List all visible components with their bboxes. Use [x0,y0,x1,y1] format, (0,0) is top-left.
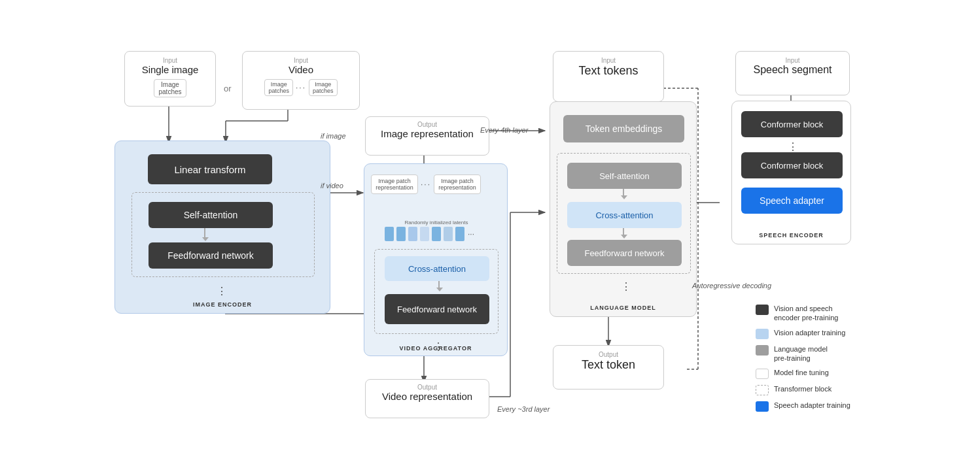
text-tokens-title: Text tokens [559,64,658,78]
feedforward-label-image: Feedforward network [167,250,254,261]
legend-color-3 [756,345,769,356]
input-single-image-container: Input Single image Imagepatches [124,51,216,107]
speech-dots: ⋮ [788,141,798,153]
input-video-container: Input Video Imagepatches ··· Imagepatche… [242,51,360,110]
video-aggregator-section-label: VIDEO AGGREGATOR [364,345,507,352]
legend-color-2 [756,329,769,339]
text-tokens-box: Input Text tokens [553,51,664,102]
feedforward-video: Feedforward network [385,294,489,324]
language-model-section: Token embeddings Self-attention Cross-at… [550,101,697,317]
conformer-block-1: Conformer block [741,111,843,137]
legend-item-3: Language modelpre-training [756,344,900,363]
input-label-text: Input [559,57,658,64]
transformer-block-lm: Self-attention Cross-attention Feedforwa… [557,153,691,274]
legend-label-6: Speech adapter training [774,401,850,410]
legend-item-2: Vision adapter training [756,328,900,339]
legend-label-1: Vision and speechencoder pre-training [774,304,838,323]
cross-attention-lm-label: Cross-attention [595,210,653,220]
video-patches-box-1: Imagepatches [264,79,293,96]
feedforward-video-label: Feedforward network [397,305,477,314]
or-label: or [224,84,232,93]
transformer-block-image: Self-attention Feedforward network [131,192,315,277]
video-representation-title: Video representation [370,391,485,402]
if-video-label: if video [321,182,343,190]
self-attention-label-image: Self-attention [184,210,238,220]
text-token-output-title: Text token [559,358,658,372]
speech-encoder-section: Conformer block ⋮ Conformer block Speech… [731,101,851,244]
speech-segment-title: Speech segment [741,64,844,76]
patch-rep-box-1: Image patchrepresentation [371,174,418,194]
output-label-text: Output [559,351,658,358]
legend-label-2: Vision adapter training [774,328,845,337]
every-3rd-layer-label: Every ~3rd layer [497,405,550,413]
linear-transform-box: Linear transform [148,154,272,184]
self-attention-image: Self-attention [149,202,273,228]
self-attention-lm: Self-attention [567,163,682,189]
image-encoder-dots: ⋮ [217,285,227,297]
text-token-output-box: Output Text token [553,345,664,389]
legend-item-5: Transformer block [756,384,900,395]
image-encoder-section: Linear transform Self-attention Feedforw… [114,141,330,314]
if-image-label: if image [321,132,346,140]
legend-color-5 [756,385,769,395]
video-representation-box: Output Video representation [365,379,489,418]
conformer-block-1-label: Conformer block [761,120,823,129]
image-encoder-section-label: IMAGE ENCODER [115,301,330,308]
legend-color-1 [756,305,769,315]
token-embeddings-label: Token embeddings [586,124,663,134]
image-representation-box: Output Image representation [365,116,489,156]
speech-adapter-label: Speech adapter [760,195,824,206]
video-dots: ··· [296,83,306,92]
image-representation-title: Image representation [370,128,485,139]
legend-item-6: Speech adapter training [756,401,900,412]
lm-dots: ⋮ [621,280,631,293]
cross-attention-lm: Cross-attention [567,202,682,228]
self-attention-lm-label: Self-attention [599,171,650,181]
video-title: Video [248,64,354,75]
output-label-img: Output [370,121,485,128]
video-patches-box-2: Imagepatches [309,79,338,96]
feedforward-image: Feedforward network [149,242,273,269]
autoregressive-label: Autoregressive decoding [692,281,771,291]
single-image-title: Single image [130,64,210,75]
legend-item-1: Vision and speechencoder pre-training [756,304,900,323]
image-patches-box: Imagepatches [154,79,186,97]
feedforward-lm: Feedforward network [567,240,682,266]
patch-rep-box-2: Image patchrepresentation [434,174,481,194]
input-label-speech: Input [741,57,844,64]
patch-rep-dots: ··· [421,180,431,189]
legend-color-6 [756,401,769,412]
linear-transform-label: Linear transform [174,164,245,175]
feedforward-lm-label: Feedforward network [584,248,664,258]
legend-label-4: Model fine tuning [774,368,829,377]
latents-label: Randomly initialized latents [384,220,489,225]
cross-attention-video: Cross-attention [385,256,489,281]
conformer-block-2-label: Conformer block [761,161,823,171]
input-label-single: Input [130,57,210,64]
legend-item-4: Model fine tuning [756,368,900,379]
every-4th-layer-label: Every 4th layer [480,126,528,134]
speech-segment-box: Input Speech segment [735,51,850,95]
token-embeddings-box: Token embeddings [563,115,684,142]
speech-encoder-section-label: SPEECH ENCODER [732,232,850,239]
output-label-video: Output [370,384,485,391]
cross-attention-video-label: Cross-attention [408,264,466,274]
conformer-block-2: Conformer block [741,152,843,178]
input-label-video: Input [248,57,354,64]
lm-section-label: LANGUAGE MODEL [550,305,696,311]
video-aggregator-section: Image patchrepresentation ··· Image patc… [364,163,508,356]
speech-adapter-box: Speech adapter [741,188,843,214]
transformer-block-video: Cross-attention Feedforward network [374,249,499,334]
legend-color-4 [756,369,769,379]
legend-label-3: Language modelpre-training [774,344,828,363]
legend: Vision and speechencoder pre-training Vi… [756,304,900,417]
legend-label-5: Transformer block [774,384,831,393]
